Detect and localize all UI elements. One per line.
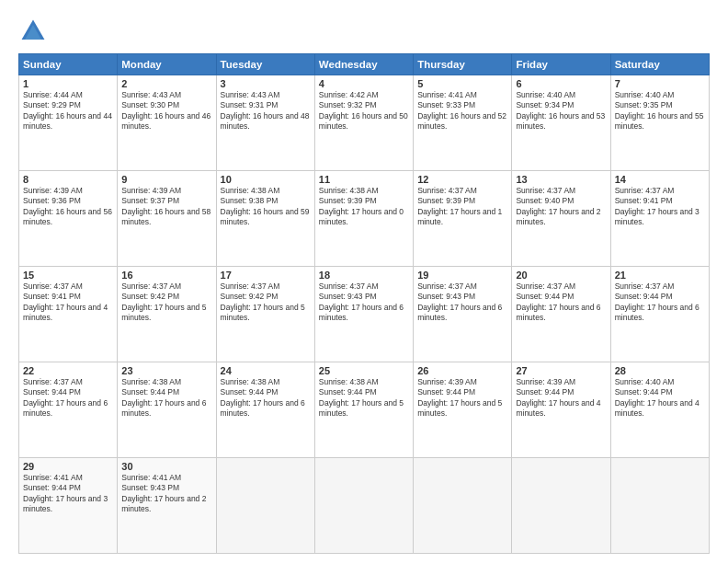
col-header-thursday: Thursday — [414, 54, 512, 75]
day-number: 21 — [615, 270, 705, 281]
calendar-cell: 22Sunrise: 4:37 AMSunset: 9:44 PMDayligh… — [19, 362, 118, 458]
day-info: Sunrise: 4:40 AMSunset: 9:34 PMDaylight:… — [516, 90, 606, 132]
logo-icon — [18, 17, 48, 46]
day-number: 26 — [417, 365, 507, 376]
calendar-cell: 11Sunrise: 4:38 AMSunset: 9:39 PMDayligh… — [314, 171, 413, 267]
day-number: 1 — [23, 78, 113, 89]
calendar-cell: 29Sunrise: 4:41 AMSunset: 9:44 PMDayligh… — [19, 458, 118, 554]
calendar-week-5: 29Sunrise: 4:41 AMSunset: 9:44 PMDayligh… — [19, 458, 710, 554]
day-info: Sunrise: 4:40 AMSunset: 9:44 PMDaylight:… — [615, 377, 705, 419]
calendar-cell: 21Sunrise: 4:37 AMSunset: 9:44 PMDayligh… — [610, 267, 709, 362]
day-number: 2 — [121, 78, 211, 89]
day-info: Sunrise: 4:41 AMSunset: 9:44 PMDaylight:… — [23, 473, 113, 515]
calendar-cell: 17Sunrise: 4:37 AMSunset: 9:42 PMDayligh… — [216, 267, 314, 362]
day-info: Sunrise: 4:37 AMSunset: 9:41 PMDaylight:… — [23, 282, 113, 324]
day-number: 12 — [417, 174, 507, 185]
day-number: 25 — [319, 365, 409, 376]
day-number: 19 — [417, 270, 507, 281]
day-number: 24 — [221, 365, 311, 376]
day-info: Sunrise: 4:42 AMSunset: 9:32 PMDaylight:… — [319, 90, 409, 132]
calendar-cell: 26Sunrise: 4:39 AMSunset: 9:44 PMDayligh… — [414, 362, 512, 458]
day-info: Sunrise: 4:37 AMSunset: 9:42 PMDaylight:… — [221, 282, 311, 324]
calendar-cell: 7Sunrise: 4:40 AMSunset: 9:35 PMDaylight… — [610, 75, 709, 171]
day-info: Sunrise: 4:43 AMSunset: 9:31 PMDaylight:… — [221, 90, 311, 132]
day-info: Sunrise: 4:37 AMSunset: 9:43 PMDaylight:… — [417, 282, 507, 324]
calendar-cell — [610, 458, 709, 554]
day-info: Sunrise: 4:38 AMSunset: 9:44 PMDaylight:… — [319, 377, 409, 419]
col-header-tuesday: Tuesday — [216, 54, 314, 75]
page: SundayMondayTuesdayWednesdayThursdayFrid… — [0, 0, 728, 563]
calendar-cell: 10Sunrise: 4:38 AMSunset: 9:38 PMDayligh… — [216, 171, 314, 267]
calendar-week-1: 1Sunrise: 4:44 AMSunset: 9:29 PMDaylight… — [19, 75, 710, 171]
day-info: Sunrise: 4:40 AMSunset: 9:35 PMDaylight:… — [615, 90, 705, 132]
calendar-cell: 8Sunrise: 4:39 AMSunset: 9:36 PMDaylight… — [19, 171, 118, 267]
day-number: 5 — [417, 78, 507, 89]
calendar-cell: 15Sunrise: 4:37 AMSunset: 9:41 PMDayligh… — [19, 267, 118, 362]
day-info: Sunrise: 4:39 AMSunset: 9:44 PMDaylight:… — [516, 377, 606, 419]
calendar-cell — [216, 458, 314, 554]
day-number: 7 — [615, 78, 705, 89]
day-info: Sunrise: 4:37 AMSunset: 9:44 PMDaylight:… — [23, 377, 113, 419]
day-info: Sunrise: 4:38 AMSunset: 9:38 PMDaylight:… — [221, 186, 311, 228]
calendar-cell: 19Sunrise: 4:37 AMSunset: 9:43 PMDayligh… — [414, 267, 512, 362]
day-info: Sunrise: 4:37 AMSunset: 9:44 PMDaylight:… — [516, 282, 606, 324]
calendar-cell: 20Sunrise: 4:37 AMSunset: 9:44 PMDayligh… — [512, 267, 610, 362]
day-info: Sunrise: 4:37 AMSunset: 9:39 PMDaylight:… — [417, 186, 507, 228]
calendar-header-row: SundayMondayTuesdayWednesdayThursdayFrid… — [19, 54, 710, 75]
col-header-friday: Friday — [512, 54, 610, 75]
calendar-cell: 1Sunrise: 4:44 AMSunset: 9:29 PMDaylight… — [19, 75, 118, 171]
day-info: Sunrise: 4:39 AMSunset: 9:36 PMDaylight:… — [23, 186, 113, 228]
calendar-cell: 28Sunrise: 4:40 AMSunset: 9:44 PMDayligh… — [610, 362, 709, 458]
calendar-cell: 24Sunrise: 4:38 AMSunset: 9:44 PMDayligh… — [216, 362, 314, 458]
day-number: 10 — [221, 174, 311, 185]
calendar-table: SundayMondayTuesdayWednesdayThursdayFrid… — [18, 53, 710, 554]
calendar-cell: 16Sunrise: 4:37 AMSunset: 9:42 PMDayligh… — [118, 267, 216, 362]
day-number: 15 — [23, 270, 113, 281]
calendar-cell: 27Sunrise: 4:39 AMSunset: 9:44 PMDayligh… — [512, 362, 610, 458]
day-number: 27 — [516, 365, 606, 376]
calendar-cell: 14Sunrise: 4:37 AMSunset: 9:41 PMDayligh… — [610, 171, 709, 267]
day-info: Sunrise: 4:41 AMSunset: 9:43 PMDaylight:… — [121, 473, 211, 515]
calendar-week-2: 8Sunrise: 4:39 AMSunset: 9:36 PMDaylight… — [19, 171, 710, 267]
day-number: 17 — [221, 270, 311, 281]
day-info: Sunrise: 4:37 AMSunset: 9:42 PMDaylight:… — [121, 282, 211, 324]
day-info: Sunrise: 4:37 AMSunset: 9:43 PMDaylight:… — [319, 282, 409, 324]
day-info: Sunrise: 4:37 AMSunset: 9:40 PMDaylight:… — [516, 186, 606, 228]
day-number: 4 — [319, 78, 409, 89]
day-info: Sunrise: 4:41 AMSunset: 9:33 PMDaylight:… — [417, 90, 507, 132]
day-number: 6 — [516, 78, 606, 89]
day-info: Sunrise: 4:38 AMSunset: 9:44 PMDaylight:… — [221, 377, 311, 419]
day-info: Sunrise: 4:38 AMSunset: 9:39 PMDaylight:… — [319, 186, 409, 228]
calendar-cell: 18Sunrise: 4:37 AMSunset: 9:43 PMDayligh… — [314, 267, 413, 362]
day-number: 29 — [23, 461, 113, 472]
calendar-week-3: 15Sunrise: 4:37 AMSunset: 9:41 PMDayligh… — [19, 267, 710, 362]
day-number: 20 — [516, 270, 606, 281]
day-number: 23 — [121, 365, 211, 376]
day-info: Sunrise: 4:38 AMSunset: 9:44 PMDaylight:… — [121, 377, 211, 419]
col-header-saturday: Saturday — [610, 54, 709, 75]
col-header-wednesday: Wednesday — [314, 54, 413, 75]
calendar-cell: 2Sunrise: 4:43 AMSunset: 9:30 PMDaylight… — [118, 75, 216, 171]
day-number: 9 — [121, 174, 211, 185]
day-number: 18 — [319, 270, 409, 281]
day-number: 3 — [221, 78, 311, 89]
calendar-cell: 23Sunrise: 4:38 AMSunset: 9:44 PMDayligh… — [118, 362, 216, 458]
calendar-cell — [414, 458, 512, 554]
day-number: 28 — [615, 365, 705, 376]
day-number: 22 — [23, 365, 113, 376]
calendar-body: 1Sunrise: 4:44 AMSunset: 9:29 PMDaylight… — [19, 75, 710, 554]
calendar-cell: 25Sunrise: 4:38 AMSunset: 9:44 PMDayligh… — [314, 362, 413, 458]
calendar-cell: 13Sunrise: 4:37 AMSunset: 9:40 PMDayligh… — [512, 171, 610, 267]
day-info: Sunrise: 4:44 AMSunset: 9:29 PMDaylight:… — [23, 90, 113, 132]
day-number: 13 — [516, 174, 606, 185]
calendar-week-4: 22Sunrise: 4:37 AMSunset: 9:44 PMDayligh… — [19, 362, 710, 458]
calendar-cell: 6Sunrise: 4:40 AMSunset: 9:34 PMDaylight… — [512, 75, 610, 171]
calendar-cell: 3Sunrise: 4:43 AMSunset: 9:31 PMDaylight… — [216, 75, 314, 171]
day-number: 30 — [121, 461, 211, 472]
logo — [18, 17, 51, 46]
day-number: 8 — [23, 174, 113, 185]
header — [18, 17, 710, 46]
col-header-monday: Monday — [118, 54, 216, 75]
day-info: Sunrise: 4:37 AMSunset: 9:44 PMDaylight:… — [615, 282, 705, 324]
calendar-cell: 30Sunrise: 4:41 AMSunset: 9:43 PMDayligh… — [118, 458, 216, 554]
